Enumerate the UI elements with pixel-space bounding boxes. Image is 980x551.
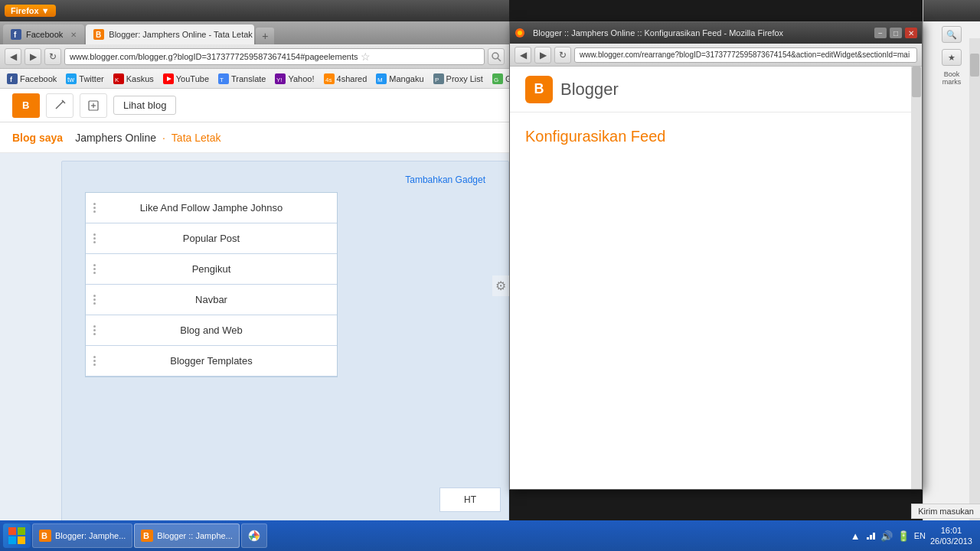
- bookmark-translate[interactable]: T Translate: [214, 72, 270, 86]
- drag-handle-popular-post[interactable]: [90, 233, 98, 244]
- refresh-button[interactable]: ↻: [44, 48, 61, 65]
- blogger-favicon: B: [93, 29, 104, 40]
- kirim-masukan-button[interactable]: Kirim masukan: [911, 504, 980, 519]
- right-page-scrollbar[interactable]: [969, 38, 980, 520]
- system-clock[interactable]: 16:01 26/03/2013: [930, 525, 972, 547]
- tray-up-arrow-icon[interactable]: ▲: [851, 530, 861, 542]
- popup-scrollbar-thumb[interactable]: [912, 67, 921, 97]
- right-bookmark-button[interactable]: ★: [942, 49, 962, 66]
- widget-pengikut-label: Pengikut: [192, 263, 231, 275]
- widget-like-follow-label: Like And Follow Jamphe Johnso: [140, 202, 283, 214]
- address-bar[interactable]: www.blogger.com/blogger.g?blogID=3173777…: [64, 48, 485, 65]
- tray-network-icon[interactable]: [865, 530, 876, 543]
- bookmark-ganool[interactable]: G Ganool: [488, 72, 509, 86]
- bookmark-mangaku[interactable]: M Mangaku: [372, 72, 427, 86]
- popup-refresh-button[interactable]: ↻: [554, 47, 571, 64]
- widget-like-follow[interactable]: Like And Follow Jamphe Johnso: [86, 193, 337, 223]
- widget-blogger-templates[interactable]: Blogger Templates: [86, 346, 337, 377]
- bookmark-yahoo[interactable]: Y! Yahoo!: [271, 72, 318, 86]
- popup-minimize-button[interactable]: −: [874, 28, 887, 38]
- firefox-menu-button[interactable]: Firefox ▼: [5, 5, 56, 17]
- address-url: www.blogger.com/blogger.g?blogID=3173777…: [70, 52, 358, 61]
- right-search-button[interactable]: 🔍: [942, 26, 962, 43]
- tab-bar: f Facebook ✕ B Blogger: Jamphers Online …: [0, 21, 509, 44]
- bookmark-youtube[interactable]: YouTube: [159, 72, 213, 86]
- handle-dot: [93, 364, 96, 366]
- new-tab-button[interactable]: +: [256, 28, 274, 44]
- bookmark-proxy-list[interactable]: P Proxy List: [430, 72, 487, 86]
- popup-forward-button[interactable]: ▶: [534, 47, 551, 64]
- tab-facebook-close[interactable]: ✕: [70, 31, 77, 39]
- handle-dot: [93, 268, 96, 270]
- blogger-logo-text: Blogger: [560, 80, 619, 99]
- edit-post-button[interactable]: [46, 93, 74, 118]
- handle-dot: [93, 295, 96, 297]
- svg-point-34: [518, 31, 522, 35]
- tab-facebook[interactable]: f Facebook ✕: [3, 24, 84, 44]
- bookmark-kaskus[interactable]: K Kaskus: [109, 72, 158, 86]
- svg-rect-47: [873, 533, 875, 540]
- bookmark-kaskus-label: Kaskus: [126, 74, 154, 83]
- taskbar-item-chrome[interactable]: [241, 523, 267, 548]
- widget-popular-post[interactable]: Popular Post: [86, 223, 337, 254]
- handle-dot: [93, 241, 96, 243]
- forward-button[interactable]: ▶: [24, 48, 41, 65]
- bookmarks-label: Bookmarks: [942, 70, 962, 86]
- popup-close-button[interactable]: ✕: [905, 28, 917, 38]
- handle-dot: [93, 298, 96, 301]
- drag-handle-blogger-templates[interactable]: [90, 356, 98, 367]
- bookmark-facebook-label: Facebook: [20, 74, 57, 83]
- bookmarks-bar: f Facebook tw Twitter K Kaskus YouTube T…: [0, 69, 509, 89]
- bookmark-mangaku-label: Mangaku: [389, 74, 423, 83]
- blog-saya-link[interactable]: Blog saya: [12, 132, 63, 144]
- drag-handle-like-follow[interactable]: [90, 203, 98, 214]
- tray-lang-label: EN: [914, 531, 926, 540]
- bookmark-star-icon[interactable]: ☆: [361, 51, 371, 63]
- popup-address-bar[interactable]: www.blogger.com/rearrange?blogID=3173777…: [574, 47, 917, 63]
- bookmark-4shared[interactable]: 4s 4shared: [320, 72, 371, 86]
- right-scrollbar-thumb[interactable]: [970, 54, 979, 77]
- start-button[interactable]: [3, 523, 31, 548]
- svg-text:B: B: [22, 99, 29, 111]
- handle-dot: [93, 264, 96, 266]
- popup-content: B Blogger Konfigurasikan Feed: [510, 67, 922, 489]
- taskbar-item-blogger2[interactable]: B Blogger :: Jamphe...: [134, 523, 239, 548]
- svg-line-28: [56, 101, 64, 109]
- widget-navbar[interactable]: Navbar: [86, 285, 337, 315]
- widget-pengikut[interactable]: Pengikut: [86, 254, 337, 285]
- taskbar-item-blogger1[interactable]: B Blogger: Jamphe...: [32, 523, 132, 548]
- main-content-area: Tambahkan Gadget Like And Follow Jamphe …: [0, 153, 509, 551]
- tray-volume-icon[interactable]: 🔊: [880, 530, 893, 542]
- breadcrumb-dot: ·: [162, 132, 165, 144]
- new-post-button[interactable]: [80, 93, 107, 118]
- popup-back-button[interactable]: ◀: [514, 47, 531, 64]
- blog-name: Jamphers Online: [75, 132, 156, 144]
- handle-dot: [93, 356, 96, 358]
- system-tray: ▲ 🔊 🔋 EN 16:01 26/03/2013: [846, 525, 977, 547]
- drag-handle-navbar[interactable]: [90, 295, 98, 305]
- popup-title-bar: Blogger :: Jamphers Online :: Konfiguras…: [510, 22, 922, 44]
- gear-icon[interactable]: ⚙: [492, 276, 509, 296]
- svg-text:T: T: [220, 77, 224, 83]
- bookmark-youtube-label: YouTube: [176, 74, 209, 83]
- back-button[interactable]: ◀: [5, 48, 21, 65]
- search-button[interactable]: [488, 48, 505, 65]
- tray-battery-icon[interactable]: 🔋: [897, 530, 910, 542]
- popup-scrollbar[interactable]: [911, 67, 922, 489]
- drag-handle-blog-web[interactable]: [90, 325, 98, 336]
- tata-letak-link[interactable]: Tata Letak: [172, 132, 221, 144]
- svg-text:tw: tw: [67, 76, 75, 83]
- drag-handle-pengikut[interactable]: [90, 264, 98, 275]
- main-browser-window: Firefox ▼ f Facebook ✕ B Blogger: Jamphe…: [0, 0, 509, 551]
- right-sidebar: 🔍 ★ Bookmarks: [923, 0, 980, 520]
- popup-maximize-button[interactable]: □: [890, 28, 902, 38]
- blogger-home-button[interactable]: B: [12, 93, 40, 118]
- layout-area: Tambahkan Gadget Like And Follow Jamphe …: [61, 161, 509, 543]
- bookmark-twitter[interactable]: tw Twitter: [62, 72, 107, 86]
- tab-blogger[interactable]: B Blogger: Jamphers Online - Tata Letak …: [86, 24, 254, 44]
- svg-text:M: M: [377, 77, 383, 83]
- bookmark-facebook[interactable]: f Facebook: [3, 72, 60, 86]
- lihat-blog-button[interactable]: Lihat blog: [113, 96, 176, 115]
- tambah-gadget-top-link[interactable]: Tambahkan Gadget: [405, 174, 485, 185]
- widget-blog-and-web[interactable]: Blog and Web: [86, 315, 337, 346]
